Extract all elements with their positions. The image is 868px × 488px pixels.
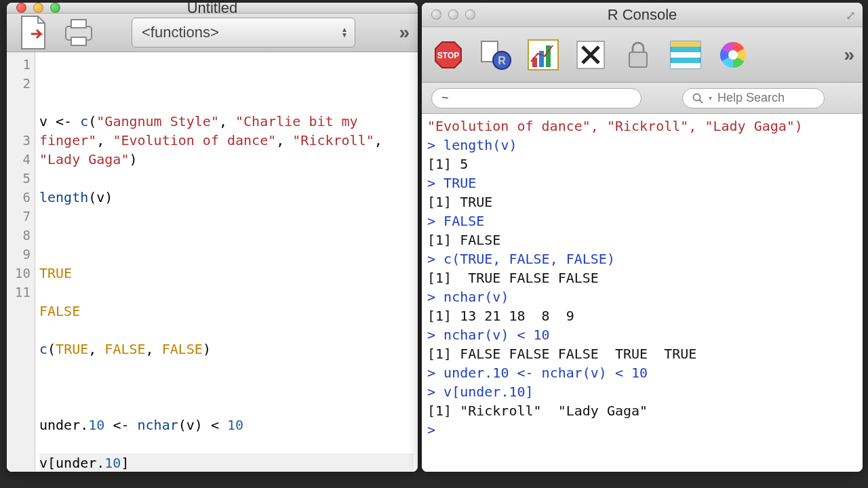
editor-titlebar[interactable]: Untitled xyxy=(7,3,418,14)
dropdown-arrows-icon: ▲▼ xyxy=(341,27,348,38)
svg-rect-10 xyxy=(539,51,544,67)
toolbar-overflow-icon[interactable]: » xyxy=(844,44,854,66)
chart-icon[interactable] xyxy=(525,37,561,73)
svg-rect-17 xyxy=(671,63,701,68)
editor-window: Untitled <functions> ▲▼ » 1234567891011 … xyxy=(7,3,418,472)
close-icon[interactable] xyxy=(16,3,26,13)
svg-text:STOP: STOP xyxy=(437,51,459,60)
help-placeholder: Help Search xyxy=(717,91,785,105)
svg-rect-2 xyxy=(71,37,86,45)
working-directory-field[interactable]: ~ xyxy=(431,88,642,108)
zoom-icon[interactable] xyxy=(465,9,475,20)
close-icon[interactable] xyxy=(431,9,441,20)
editor-toolbar: <functions> ▲▼ » xyxy=(7,14,418,52)
minimize-icon[interactable] xyxy=(448,9,458,20)
svg-point-19 xyxy=(728,50,738,60)
svg-rect-1 xyxy=(71,20,86,28)
code-area[interactable]: v <- c("Gangnum Style", "Charlie bit my … xyxy=(35,52,418,472)
toolbar-overflow-icon[interactable]: » xyxy=(399,22,410,43)
print-icon[interactable] xyxy=(60,14,98,52)
data-icon[interactable] xyxy=(667,37,704,73)
svg-line-21 xyxy=(700,100,703,103)
color-wheel-icon[interactable] xyxy=(715,37,751,73)
console-searchbar: ~ ▾ Help Search xyxy=(422,83,863,114)
save-file-icon[interactable] xyxy=(15,14,53,52)
line-gutter: 1234567891011 xyxy=(7,52,35,472)
svg-rect-16 xyxy=(671,52,701,58)
svg-point-20 xyxy=(694,94,701,100)
minimize-icon[interactable] xyxy=(33,3,43,13)
traffic-lights xyxy=(7,3,60,13)
console-output[interactable]: "Evolution of dance", "Rickroll", "Lady … xyxy=(422,114,863,472)
source-icon[interactable]: R xyxy=(477,37,514,73)
functions-dropdown[interactable]: <functions> ▲▼ xyxy=(132,18,355,47)
help-search-field[interactable]: ▾ Help Search xyxy=(682,88,825,108)
status-dot-icon xyxy=(845,94,853,102)
svg-rect-15 xyxy=(671,41,701,47)
zoom-icon[interactable] xyxy=(50,3,60,13)
search-icon xyxy=(692,93,703,104)
console-window: R Console ⤢ STOP R xyxy=(422,3,863,472)
lock-icon[interactable] xyxy=(620,37,656,73)
console-title: R Console xyxy=(422,6,863,24)
svg-text:R: R xyxy=(498,55,506,66)
console-titlebar[interactable]: R Console ⤢ xyxy=(422,3,863,27)
functions-label: <functions> xyxy=(142,24,219,41)
console-toolbar: STOP R » xyxy=(422,27,863,83)
x11-icon[interactable] xyxy=(572,37,609,73)
fullscreen-icon[interactable]: ⤢ xyxy=(846,8,856,23)
path-text: ~ xyxy=(441,91,449,105)
svg-rect-13 xyxy=(629,52,647,67)
editor-body: 1234567891011 v <- c("Gangnum Style", "C… xyxy=(7,52,418,472)
stop-icon[interactable]: STOP xyxy=(430,37,467,73)
traffic-lights xyxy=(422,9,475,20)
